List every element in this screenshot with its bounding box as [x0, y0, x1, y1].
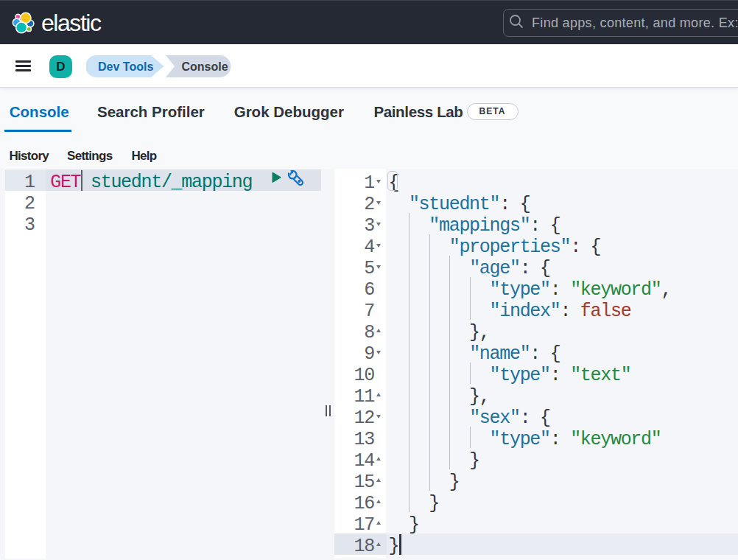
- svg-text:Console: Console: [182, 60, 228, 73]
- svg-text:Dev Tools: Dev Tools: [98, 60, 153, 73]
